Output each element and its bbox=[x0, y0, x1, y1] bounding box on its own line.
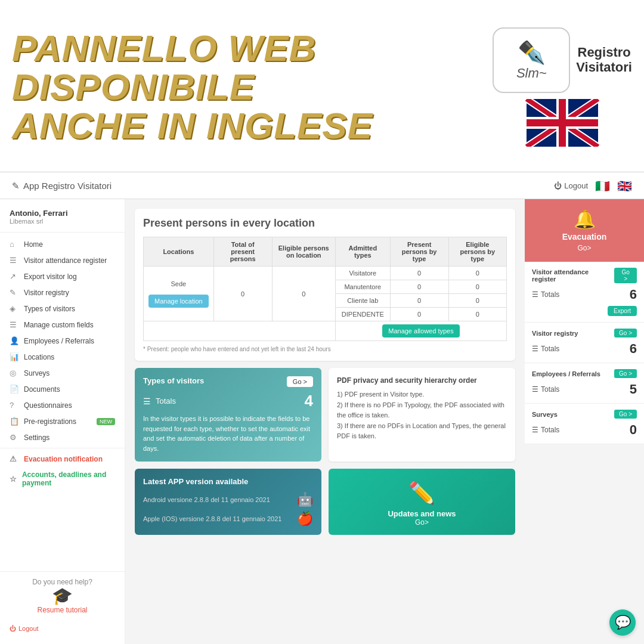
right-card-surveys: Surveys Go > ☰ Totals 0 bbox=[525, 404, 644, 444]
registry-go-button[interactable]: Go > bbox=[614, 329, 637, 338]
surveys-totals: ☰ Totals bbox=[532, 426, 559, 434]
eligible-visitatore: 0 bbox=[448, 267, 506, 280]
list-icon: ☰ bbox=[143, 397, 151, 406]
locations-icon: 📊 bbox=[10, 352, 19, 361]
right-card-registry: Visitor registry Go > ☰ Totals 6 bbox=[525, 323, 644, 363]
pdf-title: PDF privacy and security hierarchy order bbox=[337, 376, 507, 385]
attendance-totals: ☰ Totals bbox=[532, 290, 559, 299]
types-description: In the visitor types it is possible to i… bbox=[143, 414, 313, 453]
custom-icon: ☰ bbox=[10, 320, 19, 329]
latest-app-card: Latest APP version available Android ver… bbox=[135, 469, 321, 535]
uk-flag bbox=[524, 99, 601, 147]
pdf-items: 1) PDF present in Visitor type. 2) If th… bbox=[337, 389, 507, 442]
col-total: Total of present persons bbox=[213, 237, 272, 267]
location-cell: Sede Manage location bbox=[144, 267, 214, 321]
sidebar-item-questionnaires[interactable]: ? Questionnaires bbox=[0, 397, 125, 413]
sidebar-item-attendance[interactable]: ☰ Visitor attendance register bbox=[0, 252, 125, 268]
sidebar-item-documents[interactable]: 📄 Documents bbox=[0, 381, 125, 397]
android-version: Android versione 2.8.8 del 11 gennaio 20… bbox=[143, 496, 270, 503]
sidebar-item-locations[interactable]: 📊 Locations bbox=[0, 349, 125, 365]
sidebar-item-employees[interactable]: 👤 Employees / Referrals bbox=[0, 333, 125, 349]
types-of-visitors-card: Types of visitors Go > ☰ Totals 4 In the… bbox=[135, 368, 321, 462]
pen-icon: ✒️ bbox=[518, 39, 546, 66]
sidebar-user: Antonio, Ferrari Libemax srl bbox=[0, 206, 125, 233]
type-dipendente: DIPENDENTE bbox=[335, 308, 390, 321]
android-icon: 🤖 bbox=[297, 492, 313, 507]
registry-right-title: Visitor registry bbox=[532, 330, 578, 337]
eligible-clientelab: 0 bbox=[448, 294, 506, 308]
surveys-right-title: Surveys bbox=[532, 411, 558, 418]
types-totals-label: Totals bbox=[156, 397, 176, 405]
bottom-cards-row: Types of visitors Go > ☰ Totals 4 In the… bbox=[135, 368, 515, 462]
manage-location-button[interactable]: Manage location bbox=[148, 295, 209, 308]
employees-totals: ☰ Totals bbox=[532, 385, 559, 394]
main-content: Present persons in every location Locati… bbox=[125, 199, 525, 644]
export-icon: ↗ bbox=[10, 272, 19, 281]
sidebar-item-surveys[interactable]: ◎ Surveys bbox=[0, 365, 125, 381]
total-cell: 0 bbox=[213, 267, 272, 321]
employees-icon: 👤 bbox=[10, 336, 19, 345]
hero-line3: ANCHE IN INGLESE bbox=[12, 106, 481, 145]
sidebar-item-evacuation[interactable]: ⚠ Evacuation notification bbox=[0, 451, 125, 467]
power-icon: ⏻ bbox=[554, 181, 562, 190]
sidebar-item-export[interactable]: ↗ Export visitor log bbox=[0, 268, 125, 284]
col-locations: Locations bbox=[144, 237, 214, 267]
col-eligible-type: Eligible persons by type bbox=[448, 237, 506, 267]
sidebar-logout[interactable]: ⏻ Logout bbox=[0, 620, 125, 637]
sidebar-item-types[interactable]: ◈ Types of visitors bbox=[0, 301, 125, 317]
attendance-go-button[interactable]: Go > bbox=[614, 268, 637, 283]
types-icon: ◈ bbox=[10, 304, 19, 313]
sidebar-item-home[interactable]: ⌂ Home bbox=[0, 236, 125, 252]
sidebar-item-registry[interactable]: ✎ Visitor registry bbox=[0, 284, 125, 301]
help-text: Do you need help? bbox=[10, 578, 115, 586]
surveys-count: 0 bbox=[630, 422, 637, 438]
col-eligible: Eligible persons on location bbox=[272, 237, 335, 267]
flag-it[interactable]: 🇮🇹 bbox=[595, 179, 610, 193]
types-go-button[interactable]: Go > bbox=[287, 376, 313, 387]
updates-card: ✏️ Updates and news Go> bbox=[329, 469, 515, 535]
list-icon2: ☰ bbox=[532, 290, 538, 299]
settings-icon: ⚙ bbox=[10, 433, 19, 442]
app-bar-right: ⏻ Logout 🇮🇹 🇬🇧 bbox=[554, 179, 632, 193]
hero-text: PANNELLO WEB DISPONIBILE ANCHE IN INGLES… bbox=[12, 29, 481, 145]
updates-go[interactable]: Go> bbox=[415, 518, 429, 527]
type-visitatore: Visitatore bbox=[335, 267, 390, 280]
registry-count: 6 bbox=[630, 341, 637, 357]
hero-line1: PANNELLO WEB bbox=[12, 29, 481, 67]
employees-count: 5 bbox=[630, 382, 637, 397]
eligible-dipendente: 0 bbox=[448, 308, 506, 321]
export-button[interactable]: Export bbox=[608, 306, 637, 316]
evacuation-go[interactable]: Go> bbox=[577, 244, 591, 252]
present-persons-card: Present persons in every location Locati… bbox=[135, 209, 515, 361]
tutorial-link[interactable]: Resume tutorial bbox=[10, 606, 115, 614]
col-present-type: Present persons by type bbox=[390, 237, 448, 267]
employees-go-button[interactable]: Go > bbox=[614, 369, 637, 378]
graduation-icon: 🎓 bbox=[10, 586, 115, 606]
sidebar-item-preregistrations[interactable]: 📋 Pre-registrations NEW bbox=[0, 413, 125, 429]
sidebar-item-settings[interactable]: ⚙ Settings bbox=[0, 429, 125, 445]
signature: Slm~ bbox=[516, 66, 547, 81]
questionnaires-icon: ? bbox=[10, 401, 19, 410]
manage-allowed-types-button[interactable]: Manage allowed types bbox=[382, 324, 459, 338]
registry-icon: ✎ bbox=[10, 288, 19, 297]
sidebar-item-accounts[interactable]: ☆ Accounts, deadlines and payment bbox=[0, 467, 125, 491]
evacuation-title: Evacuation bbox=[562, 232, 607, 242]
pdf-privacy-card: PDF privacy and security hierarchy order… bbox=[329, 368, 515, 462]
hero-line2: DISPONIBILE bbox=[12, 67, 481, 106]
employees-right-title: Employees / Referrals bbox=[532, 370, 600, 377]
hero-banner: PANNELLO WEB DISPONIBILE ANCHE IN INGLES… bbox=[0, 0, 644, 173]
sidebar-item-custom[interactable]: ☰ Manage custom fields bbox=[0, 317, 125, 333]
flag-uk-small[interactable]: 🇬🇧 bbox=[617, 179, 632, 193]
sidebar-bottom: Do you need help? 🎓 Resume tutorial bbox=[0, 571, 125, 620]
documents-icon: 📄 bbox=[10, 385, 19, 394]
present-manutentore: 0 bbox=[390, 280, 448, 294]
right-card-attendance: Visitor attendance register Go > ☰ Total… bbox=[525, 262, 644, 323]
logout-button[interactable]: ⏻ Logout bbox=[554, 181, 588, 190]
chat-bubble[interactable]: 💬 bbox=[609, 609, 636, 636]
user-name: Antonio, Ferrari bbox=[10, 209, 115, 218]
sidebar-divider bbox=[0, 448, 125, 448]
table-row: Sede Manage location 0 0 Visitatore 0 0 bbox=[144, 267, 507, 280]
right-sidebar: 🔔 Evacuation Go> Visitor attendance regi… bbox=[525, 199, 644, 644]
prereg-icon: 📋 bbox=[10, 417, 19, 426]
surveys-go-button[interactable]: Go > bbox=[614, 410, 637, 419]
